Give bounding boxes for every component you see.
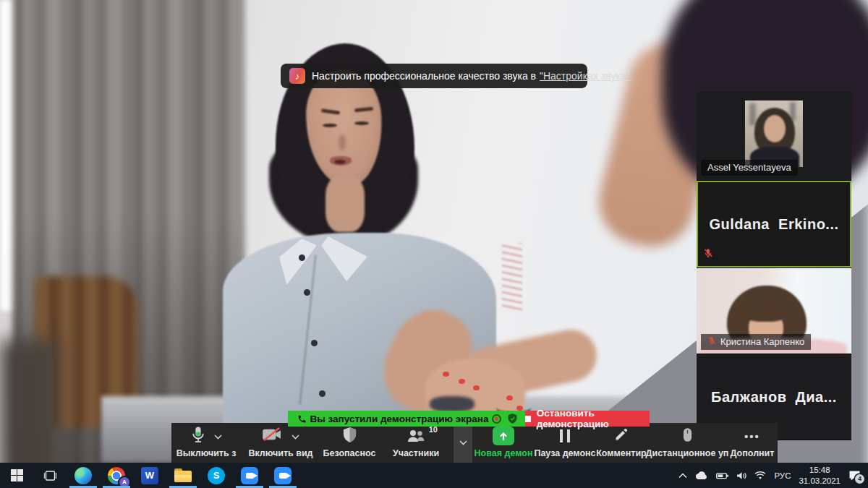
chevron-up-icon[interactable] <box>214 429 222 442</box>
stop-share-button[interactable]: Остановить демонстрацию <box>525 411 650 427</box>
more-button[interactable]: ••• Дополнит <box>727 423 778 463</box>
word-icon: W <box>141 467 158 484</box>
sound-settings-link[interactable]: "Настройках звука" <box>540 70 630 82</box>
tray-chevron-up-icon[interactable] <box>678 473 687 479</box>
chevron-up-icon[interactable] <box>292 429 299 442</box>
onedrive-cloud-icon[interactable] <box>695 471 708 480</box>
participant-name-label: Кристина Карпенко <box>701 334 811 350</box>
zoom-icon <box>274 467 292 484</box>
screen-share-banner: Вы запустили демонстрацию экрана Останов… <box>288 411 650 427</box>
wifi-icon[interactable] <box>754 471 766 480</box>
stop-icon <box>525 416 531 422</box>
action-center-button[interactable]: 4 <box>848 470 861 481</box>
task-view-button[interactable] <box>33 463 67 488</box>
taskbar-app-word[interactable]: W <box>133 463 166 488</box>
start-video-button[interactable]: Включить вид <box>241 423 320 463</box>
taskbar-app-edge[interactable] <box>67 463 100 488</box>
participants-icon: 10 <box>407 428 425 444</box>
pause-icon <box>560 429 570 442</box>
wall-marks <box>502 243 522 311</box>
task-view-icon <box>43 470 57 481</box>
language-indicator[interactable]: РУС <box>774 471 791 480</box>
shield-check-icon <box>508 414 517 424</box>
skype-icon: S <box>208 467 225 484</box>
security-button[interactable]: Безопаснос <box>320 423 378 463</box>
participant-name-label: Assel Yessentayeva <box>701 160 798 176</box>
tray-date: 31.03.2021 <box>799 476 841 486</box>
object-on-table <box>430 396 475 412</box>
taskbar-app-file-explorer[interactable] <box>166 463 200 488</box>
speaker-neck <box>326 176 365 232</box>
shield-icon <box>342 427 357 446</box>
muted-mic-icon <box>707 336 716 347</box>
phone-icon <box>297 414 307 424</box>
toolbar-collapse-button[interactable] <box>454 423 472 463</box>
new-share-button[interactable]: Новая демон <box>472 423 535 463</box>
microphone-icon <box>191 426 205 447</box>
muted-mic-icon <box>703 248 713 261</box>
notification-count-badge: 4 <box>855 474 864 484</box>
taskbar-app-zoom[interactable] <box>266 463 299 488</box>
tray-time: 15:48 <box>799 465 841 475</box>
speaker-icon[interactable] <box>736 471 746 480</box>
participant-name: Assel Yessentayeva <box>707 162 791 173</box>
clock[interactable]: 15:48 31.03.2021 <box>799 465 841 486</box>
participant-tile-kristina[interactable]: Кристина Карпенко <box>697 268 851 354</box>
remote-control-button[interactable]: Дистанционное уп <box>647 423 727 463</box>
notification-text: Настроить профессиональное качество звук… <box>312 70 536 82</box>
participants-panel: Assel Yessentayeva Guldana Erkino... Кри… <box>697 92 851 440</box>
system-tray: РУС 15:48 31.03.2021 4 <box>678 463 868 488</box>
taskbar-app-skype[interactable]: S <box>200 463 233 488</box>
music-note-icon: ♪ <box>289 68 305 84</box>
pencil-icon <box>614 427 629 445</box>
windows-logo-icon <box>11 469 23 481</box>
participant-photo <box>745 100 803 167</box>
zoom-toolbar: Выключить з Включить вид Безопаснос <box>171 423 778 463</box>
record-indicator-icon <box>492 414 501 424</box>
share-screen-icon <box>493 427 514 445</box>
taskbar-app-zoom-meeting[interactable] <box>233 463 266 488</box>
share-status-text: Вы запустили демонстрацию экрана <box>307 414 492 424</box>
file-explorer-icon <box>174 468 192 482</box>
chrome-icon: A <box>108 467 125 484</box>
video-off-icon <box>262 427 283 445</box>
participant-tile-assel[interactable]: Assel Yessentayeva <box>697 92 851 180</box>
chrome-profile-badge: A <box>119 477 129 487</box>
participants-button[interactable]: 10 Участники <box>378 423 454 463</box>
windows-taskbar: A W S <box>0 463 868 488</box>
battery-icon[interactable] <box>716 472 728 479</box>
more-icon: ••• <box>744 430 760 442</box>
participant-tile-guldana[interactable]: Guldana Erkino... <box>697 181 851 267</box>
audio-quality-notification[interactable]: ♪ Настроить профессиональное качество зв… <box>281 64 587 88</box>
participant-name: Guldana Erkino... <box>698 182 850 266</box>
zoom-icon <box>241 467 258 484</box>
taskbar-app-chrome[interactable]: A <box>100 463 133 488</box>
zoom-meeting-screen: ♪ Настроить профессиональное качество зв… <box>0 0 868 488</box>
edge-icon <box>75 467 92 484</box>
stop-share-label: Остановить демонстрацию <box>537 408 650 429</box>
share-status-banner: Вы запустили демонстрацию экрана <box>288 411 525 427</box>
start-button[interactable] <box>0 463 33 488</box>
mouse-icon <box>683 427 692 445</box>
participant-name: Кристина Карпенко <box>720 336 804 347</box>
mute-button[interactable]: Выключить з <box>171 423 241 463</box>
